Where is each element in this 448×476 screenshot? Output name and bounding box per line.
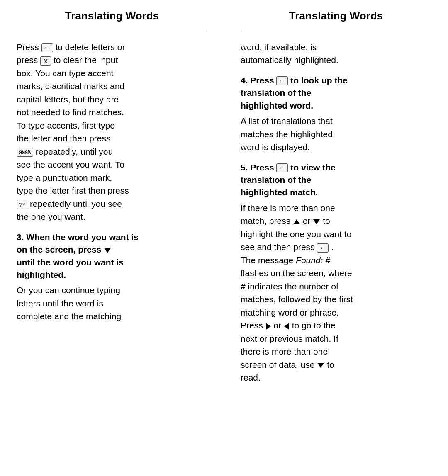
- box-text: box. You can type accent: [17, 68, 114, 78]
- one-you-want-text: the one you want.: [17, 212, 85, 221]
- item-5-header: 5. Press ← to view the translation of th…: [241, 161, 431, 199]
- item-5: 5. Press ← to view the translation of th…: [241, 161, 431, 384]
- up-arrow-icon: [293, 219, 300, 224]
- item-5-body: If there is more than one match, press o…: [241, 202, 431, 384]
- right-column: Translating Words word, if available, is…: [224, 0, 448, 476]
- enter-key-5: ←: [276, 163, 288, 172]
- see-accent-text: see the accent you want. To: [17, 160, 124, 169]
- item-4-body: A list of translations that matches the …: [241, 114, 431, 154]
- right-title: Translating Words: [241, 8, 431, 28]
- item-3-body: Or you can continue typing letters until…: [17, 284, 207, 323]
- repeatedly2-text: repeatedly until you see: [30, 199, 122, 209]
- item-3: 3. When the word you want is on the scre…: [17, 231, 207, 323]
- press-word-2: press: [17, 55, 40, 65]
- down-arrow-icon-5: [313, 219, 320, 224]
- item-3-header: 3. When the word you want is on the scre…: [17, 231, 207, 282]
- letter-then-text: the letter and then press: [17, 134, 110, 143]
- delete-letters-text: to delete letters or: [55, 42, 125, 52]
- item-4: 4. Press ← to look up the translation of…: [241, 74, 431, 154]
- left-column: Translating Words Press ← to delete lett…: [0, 0, 224, 476]
- enter-key-5b: ←: [317, 243, 329, 253]
- left-arrow-icon: [284, 323, 289, 330]
- x-key: x: [40, 56, 51, 66]
- marks-text: marks, diacritical marks and: [17, 81, 124, 91]
- down-arrow-icon-5c: [317, 363, 324, 368]
- backspace-key: ←: [41, 43, 53, 52]
- type-accents-text: To type accents, first type: [17, 121, 115, 130]
- down-arrow-icon-3: [104, 248, 111, 253]
- clear-input-text: to clear the input: [54, 55, 118, 65]
- right-arrow-icon: [266, 323, 271, 330]
- not-needed-text: not needed to find matches.: [17, 107, 124, 117]
- left-intro-text: Press ← to delete letters or press x to …: [17, 41, 207, 223]
- enter-key-4: ←: [276, 76, 288, 85]
- type-punct-text: type a punctuation mark,: [17, 173, 112, 182]
- punc-key: ?*: [17, 200, 27, 209]
- press-word: Press: [17, 42, 39, 52]
- left-title: Translating Words: [17, 8, 207, 28]
- capital-text: capital letters, but they are: [17, 95, 119, 104]
- item-4-header: 4. Press ← to look up the translation of…: [241, 74, 431, 112]
- type-letter-first-text: type the letter first then press: [17, 186, 129, 195]
- found-hash-text: Found: #: [296, 255, 330, 265]
- right-intro-text: word, if available, is automatically hig…: [241, 41, 431, 67]
- left-title-rule: [17, 32, 207, 32]
- repeatedly-text: repeatedly, until you: [36, 147, 113, 156]
- accent-key: àäáß: [17, 148, 33, 157]
- right-title-rule: [241, 32, 431, 32]
